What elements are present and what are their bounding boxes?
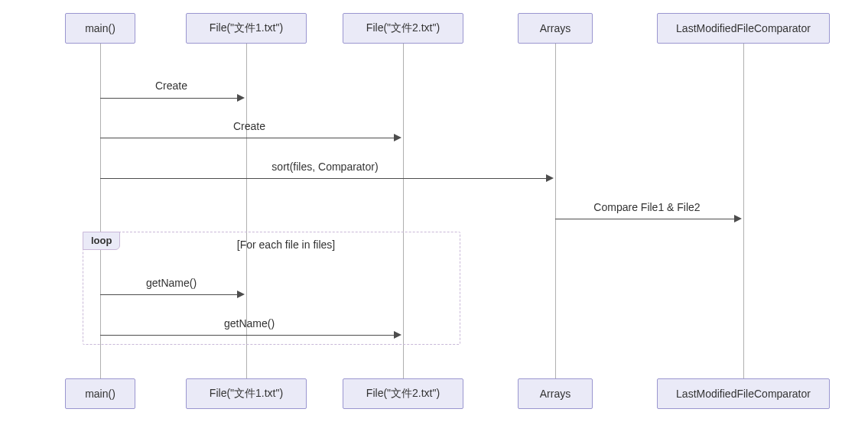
lifeline-cmp [743, 43, 744, 379]
message-arrow [100, 294, 239, 295]
message-label: Create [158, 120, 341, 132]
message-arrow [100, 335, 395, 336]
participant-label: File("文件2.txt") [366, 387, 440, 401]
participant-label: LastModifiedFileComparator [676, 388, 811, 400]
participant-bottom-arrays: Arrays [518, 378, 593, 409]
participant-top-cmp: LastModifiedFileComparator [657, 13, 830, 44]
participant-bottom-file2: File("文件2.txt") [343, 378, 463, 409]
arrow-head-icon [237, 291, 245, 298]
message-label: getName() [158, 317, 341, 329]
message-label: Compare File1 & File2 [555, 201, 739, 213]
arrow-head-icon [394, 134, 401, 141]
arrow-head-icon [394, 331, 401, 339]
participant-label: File("文件2.txt") [366, 21, 440, 35]
participant-label: Arrays [540, 388, 571, 400]
participant-bottom-cmp: LastModifiedFileComparator [657, 378, 830, 409]
loop-tag: loop [83, 232, 120, 250]
message-label: Create [80, 80, 263, 92]
message-arrow [100, 98, 239, 99]
participant-top-file2: File("文件2.txt") [343, 13, 463, 44]
participant-label: main() [85, 22, 115, 34]
arrow-head-icon [734, 215, 742, 222]
message-arrow [100, 178, 548, 179]
participant-label: Arrays [540, 22, 571, 34]
participant-top-file1: File("文件1.txt") [186, 13, 307, 44]
participant-bottom-main: main() [65, 378, 135, 409]
participant-top-main: main() [65, 13, 135, 44]
message-label: getName() [80, 277, 263, 289]
loop-condition: [For each file in files] [210, 239, 362, 251]
arrow-head-icon [546, 174, 554, 182]
participant-bottom-file1: File("文件1.txt") [186, 378, 307, 409]
participant-top-arrays: Arrays [518, 13, 593, 44]
arrow-head-icon [237, 94, 245, 102]
participant-label: File("文件1.txt") [210, 387, 283, 401]
participant-label: File("文件1.txt") [210, 21, 283, 35]
message-arrow [100, 138, 395, 138]
message-arrow [555, 219, 736, 219]
participant-label: main() [85, 388, 115, 400]
message-label: sort(files, Comparator) [233, 161, 417, 173]
participant-label: LastModifiedFileComparator [676, 22, 811, 34]
